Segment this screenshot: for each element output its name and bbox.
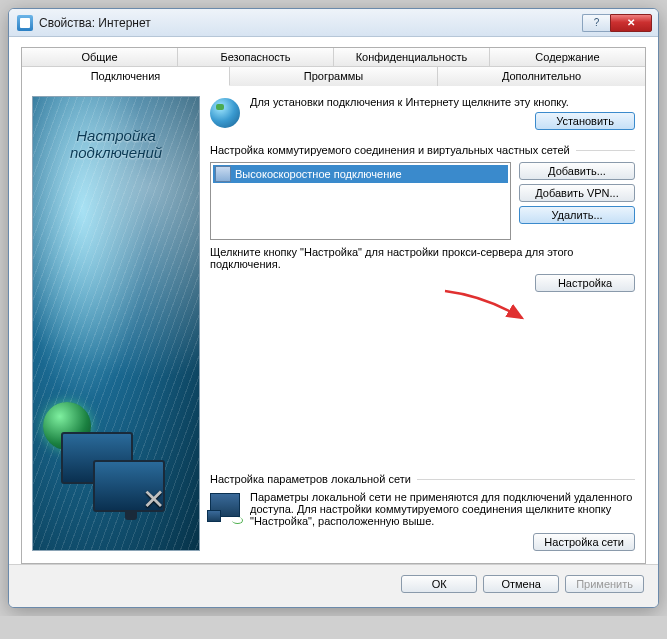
tab-content[interactable]: Содержание xyxy=(490,48,645,66)
apply-button[interactable]: Применить xyxy=(565,575,644,593)
dialup-section-label: Настройка коммутируемого соединения и ви… xyxy=(210,144,635,156)
connection-icon xyxy=(215,166,231,182)
proxy-note: Щелкните кнопку "Настройка" для настройк… xyxy=(210,246,635,270)
monitors-icon: ✕ xyxy=(61,432,171,522)
tab-general[interactable]: Общие xyxy=(22,48,178,66)
lan-icon xyxy=(210,493,240,517)
tools-icon: ✕ xyxy=(142,483,165,516)
connections-listbox[interactable]: Высокоскоростное подключение xyxy=(210,162,511,240)
connection-item[interactable]: Высокоскоростное подключение xyxy=(213,165,508,183)
help-button[interactable]: ? xyxy=(582,14,610,32)
add-button[interactable]: Добавить... xyxy=(519,162,635,180)
settings-button[interactable]: Настройка xyxy=(535,274,635,292)
window-icon xyxy=(17,15,33,31)
setup-button[interactable]: Установить xyxy=(535,112,635,130)
window-title: Свойства: Интернет xyxy=(39,16,582,30)
tab-container: Общие Безопасность Конфиденциальность Со… xyxy=(21,47,646,564)
remove-button[interactable]: Удалить... xyxy=(519,206,635,224)
lan-text: Параметры локальной сети не применяются … xyxy=(250,491,635,527)
connection-label: Высокоскоростное подключение xyxy=(235,168,402,180)
tab-security[interactable]: Безопасность xyxy=(178,48,334,66)
lan-section-label: Настройка параметров локальной сети xyxy=(210,473,635,485)
tab-programs[interactable]: Программы xyxy=(230,67,438,86)
tab-privacy[interactable]: Конфиденциальность xyxy=(334,48,490,66)
sidebar-illustration: Настройка подключений ✕ xyxy=(32,96,200,551)
internet-properties-dialog: Свойства: Интернет ? ✕ Общие Безопасност… xyxy=(8,8,659,608)
setup-text: Для установки подключения к Интернету ще… xyxy=(250,96,635,108)
annotation-arrow xyxy=(440,286,530,326)
tab-advanced[interactable]: Дополнительно xyxy=(438,67,645,86)
tab-connections[interactable]: Подключения xyxy=(22,67,230,86)
internet-globe-icon xyxy=(210,98,240,128)
titlebar: Свойства: Интернет ? ✕ xyxy=(9,9,658,37)
ok-button[interactable]: ОК xyxy=(401,575,477,593)
sidebar-title: Настройка подключений xyxy=(33,127,199,161)
close-button[interactable]: ✕ xyxy=(610,14,652,32)
add-vpn-button[interactable]: Добавить VPN... xyxy=(519,184,635,202)
lan-settings-button[interactable]: Настройка сети xyxy=(533,533,635,551)
dialog-buttons: ОК Отмена Применить xyxy=(9,564,658,607)
cancel-button[interactable]: Отмена xyxy=(483,575,559,593)
